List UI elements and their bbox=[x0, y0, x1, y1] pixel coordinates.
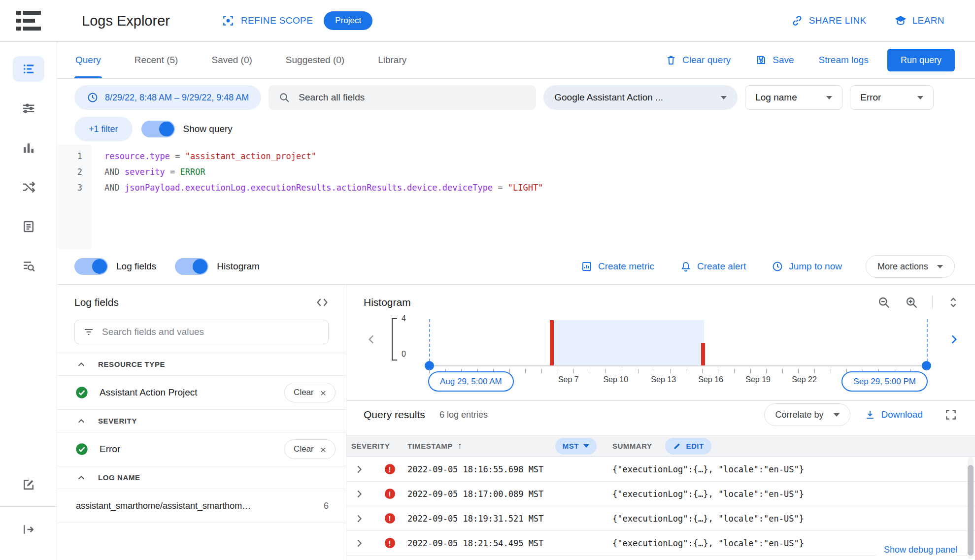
line-number: 2 bbox=[57, 164, 82, 180]
rail-item-log-router[interactable] bbox=[13, 174, 44, 200]
logs-explorer-app: Logs Explorer REFINE SCOPE Project SHARE… bbox=[0, 0, 975, 560]
jump-to-now-button[interactable]: Jump to now bbox=[772, 261, 842, 272]
search-logs-icon bbox=[21, 259, 36, 273]
expand-row-icon[interactable] bbox=[346, 464, 372, 475]
section-severity[interactable]: SEVERITY bbox=[57, 410, 346, 432]
project-scope-badge[interactable]: Project bbox=[324, 11, 372, 30]
log-entry-row[interactable]: ! 2022-09-05 18:19:31.521 MST {"executio… bbox=[346, 506, 975, 531]
learn-button[interactable]: LEARN bbox=[894, 14, 944, 27]
show-debug-panel-link[interactable]: Show debug panel bbox=[876, 542, 957, 558]
filter-row-1: 8/29/22, 8:48 AM – 9/29/22, 9:48 AM Goog… bbox=[74, 85, 934, 110]
severity-value-row: Error Clear × bbox=[57, 432, 346, 466]
rail-item-logs-dashboard[interactable] bbox=[13, 135, 44, 161]
ruler-tick bbox=[670, 369, 671, 373]
sort-ascending-icon[interactable]: ↑ bbox=[458, 441, 463, 452]
ruler-tick bbox=[734, 369, 735, 373]
clear-severity-button[interactable]: Clear × bbox=[284, 439, 336, 459]
log-timestamp: 2022-09-05 18:16:55.698 MST bbox=[407, 464, 612, 474]
time-slider-track[interactable] bbox=[429, 365, 927, 366]
histogram-bar[interactable] bbox=[701, 343, 705, 365]
histogram-toggle[interactable] bbox=[175, 258, 208, 275]
search-all-fields[interactable] bbox=[269, 85, 536, 110]
refine-scope-button[interactable]: REFINE SCOPE bbox=[222, 14, 313, 27]
section-log-name[interactable]: LOG NAME bbox=[57, 466, 346, 489]
jump-now-clock-icon bbox=[772, 261, 783, 272]
query-code-area[interactable]: resource.type = "assistant_action_projec… bbox=[91, 144, 975, 249]
expand-row-icon[interactable] bbox=[346, 513, 372, 524]
create-metric-button[interactable]: Create metric bbox=[581, 261, 654, 272]
severity-filter-dropdown[interactable]: Error bbox=[850, 85, 934, 110]
histogram-bar[interactable] bbox=[550, 320, 554, 365]
histogram-tools bbox=[877, 296, 960, 309]
log-fields-panel: Log fields bbox=[57, 285, 346, 560]
expand-row-icon[interactable] bbox=[346, 489, 372, 499]
bar-chart-icon bbox=[21, 140, 36, 155]
tab-saved[interactable]: Saved (0) bbox=[210, 42, 253, 78]
expand-panel-icon bbox=[21, 522, 36, 537]
histogram-next-chevron[interactable] bbox=[947, 333, 960, 346]
severity-value: Error bbox=[100, 444, 120, 455]
resource-type-value-row: Assistant Action Project Clear × bbox=[57, 376, 346, 410]
ruler-tick bbox=[782, 369, 783, 373]
clear-resource-type-button[interactable]: Clear × bbox=[284, 383, 336, 402]
histogram-title: Histogram bbox=[364, 296, 411, 308]
log-name-value-row[interactable]: assistant_smarthome/assistant_smarthom… … bbox=[57, 489, 346, 523]
rail-item-logs-storage[interactable] bbox=[13, 214, 44, 239]
rail-item-expand-panel[interactable] bbox=[13, 517, 44, 542]
tab-library[interactable]: Library bbox=[377, 42, 407, 78]
log-entry-row[interactable]: ! 2022-09-05 18:17:00.089 MST {"executio… bbox=[346, 482, 975, 506]
rail-item-log-analytics[interactable] bbox=[13, 253, 44, 279]
zoom-in-icon[interactable] bbox=[905, 296, 918, 309]
correlate-by-button[interactable]: Correlate by bbox=[764, 403, 850, 426]
range-bound-right bbox=[927, 319, 928, 366]
timezone-dropdown[interactable]: MST bbox=[555, 438, 597, 455]
caret-down-icon bbox=[826, 96, 832, 99]
edit-summary-button[interactable]: EDIT bbox=[665, 438, 711, 455]
histogram-toggle-group: Histogram bbox=[175, 258, 260, 275]
ruler-tick bbox=[798, 369, 799, 373]
close-icon: × bbox=[320, 444, 326, 455]
create-alert-button[interactable]: Create alert bbox=[680, 261, 746, 272]
fullscreen-icon[interactable] bbox=[944, 408, 957, 421]
ruler-tick bbox=[750, 369, 751, 373]
histogram-prev-chevron[interactable] bbox=[365, 333, 378, 346]
clear-query-button[interactable]: Clear query bbox=[665, 54, 731, 66]
severity-error-icon: ! bbox=[372, 538, 407, 548]
log-entry-row[interactable]: ! 2022-09-05 18:16:55.698 MST {"executio… bbox=[346, 457, 975, 482]
search-all-fields-input[interactable] bbox=[299, 92, 526, 103]
fields-search-box[interactable] bbox=[74, 320, 329, 344]
tick-label: Sep 16 bbox=[698, 375, 723, 384]
save-button[interactable]: Save bbox=[755, 54, 794, 66]
range-start-pill[interactable]: Aug 29, 5:00 AM bbox=[428, 371, 514, 392]
download-button[interactable]: Download bbox=[864, 409, 923, 421]
column-timestamp[interactable]: TIMESTAMP ↑ MST bbox=[407, 438, 612, 455]
expand-row-icon[interactable] bbox=[346, 538, 372, 549]
caret-down-icon bbox=[834, 413, 840, 417]
tab-query[interactable]: Query bbox=[74, 42, 102, 78]
tab-recent[interactable]: Recent (5) bbox=[134, 42, 179, 78]
rail-item-log-metrics[interactable] bbox=[13, 96, 44, 121]
fields-search-input[interactable] bbox=[102, 327, 320, 337]
zoom-out-icon[interactable] bbox=[877, 296, 891, 309]
results-scrollbar-thumb[interactable] bbox=[968, 465, 974, 556]
share-link-button[interactable]: SHARE LINK bbox=[791, 14, 867, 27]
resource-filter-dropdown[interactable]: Google Assistant Action ... bbox=[543, 85, 738, 110]
rail-item-compose[interactable] bbox=[13, 472, 44, 497]
log-name-filter-dropdown[interactable]: Log name bbox=[745, 85, 842, 110]
more-actions-button[interactable]: More actions bbox=[866, 255, 955, 278]
log-fields-toggle[interactable] bbox=[74, 258, 108, 275]
add-filter-button[interactable]: +1 filter bbox=[74, 117, 133, 141]
sliders-icon bbox=[21, 101, 36, 116]
histogram-selection[interactable] bbox=[550, 320, 704, 365]
section-resource-type[interactable]: RESOURCE TYPE bbox=[57, 353, 346, 376]
code-brackets-icon[interactable] bbox=[315, 296, 329, 309]
range-end-pill[interactable]: Sep 29, 5:00 PM bbox=[841, 371, 928, 392]
rail-item-logs-explorer[interactable] bbox=[13, 56, 44, 82]
stream-logs-button[interactable]: Stream logs bbox=[819, 55, 869, 66]
show-query-toggle[interactable] bbox=[141, 121, 175, 137]
run-query-button[interactable]: Run query bbox=[887, 49, 955, 71]
time-range-filter[interactable]: 8/29/22, 8:48 AM – 9/29/22, 9:48 AM bbox=[74, 85, 261, 110]
line-number-gutter: 1 2 3 bbox=[57, 144, 91, 249]
tab-suggested[interactable]: Suggested (0) bbox=[285, 42, 345, 78]
expand-histogram-icon[interactable] bbox=[946, 296, 960, 309]
